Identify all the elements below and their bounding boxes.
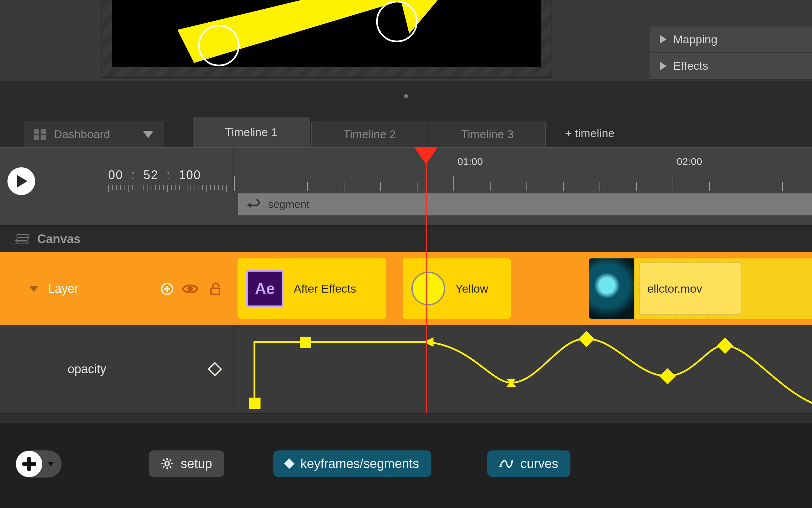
svg-line-16 (170, 460, 171, 461)
canvas-header[interactable]: Canvas (0, 225, 812, 252)
page-indicator-dot[interactable] (404, 94, 408, 98)
timecode-sep: : (131, 168, 135, 182)
tab-timeline-3-label: Timeline 3 (461, 128, 514, 141)
divider-strip (0, 413, 812, 423)
layer-row: Layer Ae After Effects Yellow ellctor.mo… (0, 252, 812, 325)
add-menu-button[interactable] (16, 450, 62, 478)
svg-line-17 (163, 466, 164, 468)
panel-effects-label: Effects (673, 59, 708, 72)
keyframe-icon (284, 458, 294, 469)
disclosure-right-icon (660, 62, 667, 70)
curves-button[interactable]: curves (487, 450, 570, 477)
panel-mapping-label: Mapping (673, 33, 717, 46)
gear-icon (161, 458, 173, 470)
property-row-head: opacity (0, 325, 233, 413)
ruler-label-2: 02:00 (677, 156, 702, 167)
tab-timeline-1[interactable]: Timeline 1 (193, 117, 310, 147)
layers-icon (16, 234, 28, 244)
curves-button-label: curves (520, 457, 558, 471)
timecode-sep: : (166, 168, 171, 182)
svg-marker-3 (247, 203, 251, 208)
preview-canvas-frame (102, 0, 551, 78)
clip-ellctor[interactable]: ellctor.mov (589, 258, 812, 319)
play-icon (17, 175, 27, 187)
transport-header: 00 : 52 : 100 01:00 02:00 segment (0, 147, 812, 225)
segment-label: segment (268, 198, 310, 211)
tabs-row: Dashboard Timeline 1 Timeline 2 Timeline… (0, 113, 812, 147)
inspector-gap (650, 0, 812, 26)
color-swatch-icon (411, 272, 445, 305)
bottom-toolbar: setup keyframes/segments curves (0, 423, 812, 508)
keyframes-segments-label: keyframes/segments (300, 457, 419, 471)
tab-dashboard-label: Dashboard (54, 128, 110, 141)
curve-icon (499, 459, 513, 469)
segment-loop-icon (247, 199, 261, 210)
clip-after-effects[interactable]: Ae After Effects (238, 258, 386, 319)
panel-effects[interactable]: Effects (650, 53, 812, 80)
segment-bar[interactable]: segment (238, 193, 812, 215)
clip-thumbnail (589, 258, 634, 319)
panel-mapping[interactable]: Mapping (650, 26, 812, 53)
tab-timeline-2-label: Timeline 2 (343, 128, 396, 141)
add-clip-button[interactable] (161, 283, 173, 295)
playhead[interactable] (426, 147, 427, 413)
curve-area[interactable] (233, 325, 812, 413)
svg-marker-6 (423, 337, 433, 347)
disclosure-right-icon (660, 35, 667, 44)
svg-line-15 (170, 466, 171, 468)
clip-yellow-label: Yellow (455, 282, 488, 295)
tab-dashboard[interactable]: Dashboard (24, 121, 164, 147)
property-name[interactable]: opacity (68, 362, 106, 376)
property-row-opacity: opacity (0, 325, 812, 413)
timecode-ticks (108, 185, 227, 192)
disclosure-down-icon[interactable] (29, 286, 39, 292)
svg-point-9 (165, 462, 169, 466)
svg-point-18 (500, 465, 502, 467)
svg-point-4 (187, 286, 193, 292)
add-timeline-button[interactable]: + timeline (565, 127, 614, 140)
ae-badge-icon: Ae (246, 270, 284, 307)
dropdown-icon[interactable] (143, 131, 154, 138)
timecode-frames: 100 (179, 168, 201, 182)
preview-region: Mapping Effects (0, 0, 812, 81)
svg-marker-0 (178, 0, 476, 63)
add-keyframe-button[interactable] (208, 362, 222, 376)
timecode-minutes: 52 (143, 168, 158, 182)
dashboard-icon (34, 129, 46, 140)
ruler-label-1: 01:00 (457, 156, 483, 167)
lock-toggle[interactable] (207, 282, 223, 296)
setup-button-label: setup (181, 457, 212, 471)
tab-timeline-1-label: Timeline 1 (225, 126, 278, 139)
preview-canvas[interactable] (112, 0, 541, 67)
pager-strip (0, 81, 812, 113)
time-ruler[interactable]: 01:00 02:00 (233, 148, 812, 193)
visibility-toggle[interactable] (182, 282, 198, 296)
timecode-hours: 00 (108, 168, 123, 182)
layer-clips: Ae After Effects Yellow ellctor.mov (233, 252, 812, 325)
clip-yellow[interactable]: Yellow (403, 258, 511, 319)
svg-rect-5 (211, 288, 219, 294)
tab-timeline-2[interactable]: Timeline 2 (311, 121, 428, 147)
clip-ellctor-inner: ellctor.mov (639, 262, 741, 315)
svg-line-14 (163, 460, 164, 461)
plus-icon (16, 451, 42, 477)
layer-row-head: Layer (0, 252, 233, 325)
canvas-title: Canvas (37, 232, 81, 246)
preview-yellow-arrow (112, 0, 541, 67)
clip-after-effects-label: After Effects (294, 282, 356, 295)
timecode-display[interactable]: 00 : 52 : 100 (108, 168, 201, 182)
keyframe-square[interactable] (300, 337, 311, 348)
tab-timeline-3[interactable]: Timeline 3 (429, 121, 546, 147)
keyframe-square[interactable] (249, 398, 261, 409)
play-button[interactable] (7, 167, 35, 195)
clip-ellctor-label: ellctor.mov (647, 282, 702, 295)
keyframes-segments-button[interactable]: keyframes/segments (273, 450, 431, 477)
inspector-panels: Mapping Effects (650, 0, 812, 80)
setup-button[interactable]: setup (149, 450, 224, 477)
dropdown-icon (48, 462, 54, 466)
layer-name[interactable]: Layer (48, 282, 78, 296)
